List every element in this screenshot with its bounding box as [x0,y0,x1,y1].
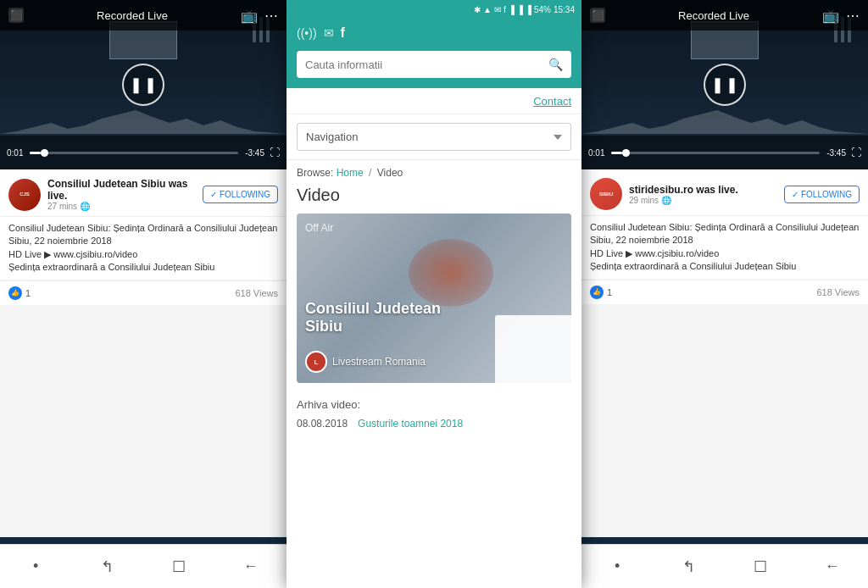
left-post-name: Consiliul Judetean Sibiu was live. [47,178,196,202]
left-nav-bullet[interactable]: • [19,550,53,584]
right-check-icon: ✓ [792,190,798,199]
navigation-dropdown[interactable]: Navigation [297,123,571,151]
video-card-channel: L Livestream Romania [305,351,426,373]
status-bar: ✱ ▲ ✉ f ▐ ▐ ▐ 54% 15:34 [287,0,581,19]
left-progress-dot [41,149,48,157]
right-post-area: SIBIU stiridesibu.ro was live. 29 mins 🌐… [581,169,868,537]
right-back-icon[interactable]: ⬛ [590,8,605,23]
left-post-reactions: 👍 1 618 Views [0,280,287,305]
left-pause-button[interactable]: ❚❚ [122,64,164,106]
left-time-row: 0:01 -3:45 ⛶ [7,147,280,158]
left-post-header: CJS Consiliul Judetean Sibiu was live. 2… [0,169,287,216]
center-header: ((•)) ✉ f [287,19,581,51]
video-card-title: Consiliul JudeteanSibiu [305,300,441,336]
contact-link[interactable]: Contact [533,95,571,108]
contact-row: Contact [287,88,581,114]
archive-row: 08.08.2018 Gusturile toamnei 2018 [287,414,581,433]
left-header-title: Recorded Live [97,9,168,22]
left-waveform [0,102,287,136]
breadcrumb-home-link[interactable]: Home [337,167,364,179]
right-reaction-count: 👍 1 [590,286,612,299]
left-fullscreen-icon[interactable]: ⛶ [270,147,280,158]
right-progress-track[interactable] [611,152,820,154]
right-more-icon[interactable]: ⋯ [846,8,860,24]
center-video-blob [409,239,493,307]
left-nav-back[interactable]: ← [234,550,268,584]
left-cast-icon[interactable]: 📺 [241,8,258,24]
header-fb-icon: f [341,25,345,41]
breadcrumb-current: Video [377,167,403,179]
left-back-icon[interactable]: ⬛ [8,8,24,23]
left-header-right-icons: 📺 ⋯ [241,8,278,24]
right-following-button[interactable]: ✓ FOLLOWING [784,186,860,203]
status-bluetooth: ✱ [474,5,481,14]
right-header-right-icons: 📺 ⋯ [822,8,860,24]
right-post-header: SIBIU stiridesibu.ro was live. 29 mins 🌐… [581,169,868,215]
right-views-count: 618 Views [816,287,860,297]
left-progress-fill [30,152,40,154]
right-pause-icon: ❚❚ [709,77,740,92]
right-pause-button[interactable]: ❚❚ [704,64,746,106]
left-nav-copy[interactable]: ☐ [162,550,196,584]
center-scroll[interactable]: ((•)) ✉ f 🔍 Contact Navigation Browse: H… [287,19,581,588]
left-pause-icon: ❚❚ [128,77,159,92]
left-reaction-count: 👍 1 [8,286,31,300]
right-post-text: Consiliul Judetean Sibiu: Ședința Ordina… [581,215,868,279]
left-player-bottom: 0:01 -3:45 ⛶ [0,136,287,169]
center-video-card-bg: Off Air Consiliul JudeteanSibiu L Livest… [297,214,571,383]
channel-name: Livestream Romania [332,356,426,368]
center-video-white-box [495,315,571,383]
right-time-total: -3:45 [826,148,846,158]
left-phone-header: ⬛ Recorded Live 📺 ⋯ [0,0,287,31]
right-nav-copy[interactable]: ☐ [743,550,777,584]
search-input[interactable] [305,58,543,71]
center-video-card[interactable]: Off Air Consiliul JudeteanSibiu L Livest… [297,214,571,383]
status-time: 15:34 [554,5,575,14]
left-check-icon: ✓ [210,190,217,199]
off-air-label: Off Air [305,222,333,234]
right-like-icon: 👍 [590,286,604,299]
left-like-icon: 👍 [8,286,22,300]
left-post-area: CJS Consiliul Judetean Sibiu was live. 2… [0,169,287,537]
right-avatar: SIBIU [590,178,622,210]
right-nav-bullet[interactable]: • [600,550,634,584]
right-post-name: stiridesibu.ro was live. [629,184,777,196]
right-player-bottom: 0:01 -3:45 ⛶ [581,136,868,169]
left-progress-track[interactable] [30,152,238,154]
right-panel: ⬛ Recorded Live 📺 ⋯ ❚❚ 0:01 -3:45 [581,0,868,588]
left-views-count: 618 Views [235,288,278,298]
right-post-time: 29 mins 🌐 [629,196,777,205]
right-time-current: 0:01 [588,148,604,158]
status-icons: ✱ ▲ ✉ f ▐ ▐ ▐ 54% 15:34 [474,5,575,14]
right-nav-share[interactable]: ↰ [672,550,706,584]
status-wifi: ▲ [483,5,492,14]
right-bottom-nav: • ↰ ☐ ← [581,544,868,588]
page-title: Video [287,182,581,214]
status-signal-bar2: ▐ [517,5,523,14]
right-post-meta: stiridesibu.ro was live. 29 mins 🌐 [629,184,777,205]
left-time-current: 0:01 [7,148,23,158]
left-more-icon[interactable]: ⋯ [264,8,278,24]
left-post-time: 27 mins 🌐 [47,202,196,211]
left-avatar: CJS [8,179,41,211]
right-fullscreen-icon[interactable]: ⛶ [851,147,861,158]
center-panel: ✱ ▲ ✉ f ▐ ▐ ▐ 54% 15:34 ((•)) ✉ f 🔍 [287,0,581,588]
left-post-meta: Consiliul Judetean Sibiu was live. 27 mi… [47,178,196,211]
left-following-button[interactable]: ✓ FOLLOWING [203,186,278,203]
right-cast-icon[interactable]: 📺 [822,8,839,24]
left-panel: ⬛ Recorded Live 📺 ⋯ ❚❚ 0:01 -3:45 [0,0,287,588]
status-signal-bar3: ▐ [526,5,531,14]
left-post-text: Consiliul Judetean Sibiu: Ședința Ordina… [0,216,287,280]
search-input-wrap: 🔍 [297,51,571,78]
right-progress-dot [622,149,630,157]
breadcrumb: Browse: Home / Video [287,160,581,182]
right-nav-back[interactable]: ← [815,550,849,584]
right-waveform [581,102,868,136]
right-time-row: 0:01 -3:45 ⛶ [588,147,861,158]
archive-link[interactable]: Gusturile toamnei 2018 [358,418,463,430]
status-signal-bar1: ▐ [509,5,515,14]
status-mail: ✉ [494,5,501,14]
status-battery: 54% [534,5,551,14]
left-nav-share[interactable]: ↰ [91,550,125,584]
archive-section: Arhiva video: [287,393,581,414]
